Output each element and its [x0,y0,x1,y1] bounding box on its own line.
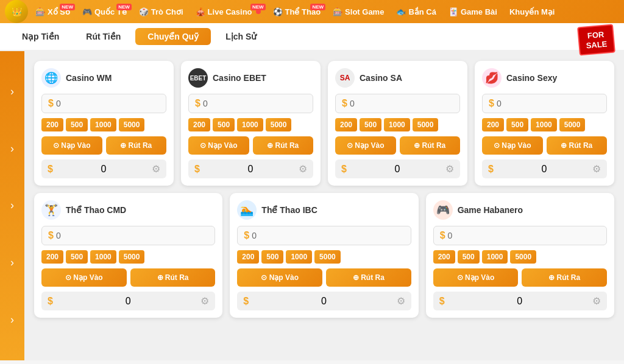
tab-nap-tien[interactable]: Nạp Tiền [10,28,71,45]
amount-500[interactable]: 500 [66,250,88,264]
amount-1000[interactable]: 1000 [531,118,557,131]
amount-500[interactable]: 500 [66,118,88,131]
nav-item-xo-so[interactable]: 🎰 Xổ Số NEW [30,5,75,19]
settings-icon[interactable]: ⚙ [592,163,601,175]
dollar-sign: $ [243,296,249,307]
rut-ra-button[interactable]: ⊕ Rút Ra [106,136,167,155]
rut-ra-button[interactable]: ⊕ Rút Ra [253,136,314,155]
nav-item-khuyen-mai[interactable]: Khuyến Mại [505,5,560,19]
amount-200[interactable]: 200 [41,250,63,264]
nap-vao-button[interactable]: ⊙ Nạp Vào [188,136,249,155]
card-casino-ebet: EBET Casino EBET $ 0 200 500 1000 5000 ⊙… [181,61,321,186]
amount-5000[interactable]: 5000 [510,250,536,264]
amount-1000[interactable]: 1000 [286,250,312,264]
amount-500[interactable]: 500 [506,118,528,131]
settings-icon[interactable]: ⚙ [592,295,601,307]
settings-icon[interactable]: ⚙ [152,163,160,175]
nav-label: Bắn Cá [408,7,436,16]
sub-navigation: Nạp Tiền Rút Tiền Chuyển Quỹ Lịch Sử FOR… [0,23,624,51]
nav-item-the-thao[interactable]: ⚽ Thể Thao NEW [268,5,326,19]
balance-input[interactable]: $ 0 [237,226,411,245]
amount-500[interactable]: 500 [261,250,283,264]
nav-label: Slot Game [345,7,384,16]
settings-icon[interactable]: ⚙ [200,295,209,307]
balance-value: 0 [203,99,208,108]
amount-5000[interactable]: 5000 [559,118,586,131]
nap-vao-button[interactable]: ⊙ Nạp Vào [482,136,543,155]
the-thao-icon: ⚽ [273,7,283,16]
sidebar-arrow-3[interactable]: › [8,194,16,217]
for-sale-badge: FORSALE [577,24,615,56]
amount-5000[interactable]: 5000 [266,118,292,131]
amount-5000[interactable]: 5000 [314,250,341,264]
amount-buttons: 200 500 1000 5000 [41,118,166,131]
sidebar-arrow-2[interactable]: › [8,138,16,160]
amount-200[interactable]: 200 [433,250,455,264]
amount-200[interactable]: 200 [482,118,504,131]
amount-200[interactable]: 200 [188,118,210,131]
rut-ra-button[interactable]: ⊕ Rút Ra [326,268,411,287]
amount-5000[interactable]: 5000 [119,250,145,264]
balance-input[interactable]: $ 0 [41,226,215,245]
card-header: 🏋 Thể Thao CMD [41,200,215,220]
nap-vao-button[interactable]: ⊙ Nạp Vào [41,136,102,155]
card-game-habanero: 🎮 Game Habanero $ 0 200 500 1000 5000 ⊙ … [426,193,614,318]
dollar-sign: $ [439,296,445,307]
amount-5000[interactable]: 5000 [413,118,439,131]
dollar-sign: $ [48,98,54,109]
nav-item-ban-ca[interactable]: 🐟 Bắn Cá [391,5,441,19]
quoc-te-icon: 🎮 [82,7,92,16]
rut-ra-button[interactable]: ⊕ Rút Ra [547,136,608,155]
nap-vao-button[interactable]: ⊙ Nạp Vào [41,268,127,287]
balance-value: 0 [497,99,502,108]
amount-5000[interactable]: 5000 [119,118,145,131]
dollar-sign: $ [244,230,249,241]
nav-label: Trò Chơi [151,7,183,16]
action-buttons: ⊙ Nạp Vào ⊕ Rút Ra [433,268,607,287]
amount-500[interactable]: 500 [213,118,235,131]
sidebar-arrow-4[interactable]: › [8,251,16,274]
amount-1000[interactable]: 1000 [482,250,508,264]
amount-500[interactable]: 500 [458,250,480,264]
nav-item-game-bai[interactable]: 🃏 Game Bài [444,5,502,19]
card-header: 🌐 Casino WM [41,68,166,88]
balance-input[interactable]: $ 0 [41,94,166,113]
balance-input[interactable]: $ 0 [188,94,313,113]
amount-1000[interactable]: 1000 [90,118,116,131]
amount-200[interactable]: 200 [237,250,259,264]
logo[interactable]: 👑 [5,0,28,23]
settings-icon[interactable]: ⚙ [397,295,405,307]
balance-input[interactable]: $ 0 [335,94,460,113]
nav-item-slot-game[interactable]: 🎰 Slot Game [328,5,389,19]
balance-input[interactable]: $ 0 [482,94,607,113]
nap-vao-button[interactable]: ⊙ Nạp Vào [433,268,519,287]
nap-vao-button[interactable]: ⊙ Nạp Vào [335,136,396,155]
nav-item-live-casino[interactable]: 🎪 Live Casino NEW [191,5,266,19]
amount-200[interactable]: 200 [41,118,63,131]
card-title: Thể Thao IBC [261,205,317,215]
rut-ra-button[interactable]: ⊕ Rút Ra [522,268,607,287]
bottom-value: 0 [101,164,107,175]
sidebar-arrow-5[interactable]: › [8,309,16,331]
settings-icon[interactable]: ⚙ [445,163,454,175]
bottom-value: 0 [542,164,547,175]
tab-rut-tien[interactable]: Rút Tiền [74,28,133,45]
nav-item-tro-choi[interactable]: 🎲 Trò Chơi [134,5,188,19]
balance-value: 0 [56,231,61,240]
sidebar-arrow-1[interactable]: › [8,80,16,103]
amount-1000[interactable]: 1000 [90,250,116,264]
nap-vao-button[interactable]: ⊙ Nạp Vào [237,268,322,287]
sexy-icon: 💋 [482,68,502,88]
tab-lich-su[interactable]: Lịch Sử [213,28,269,45]
sa-icon: SA [335,68,355,88]
rut-ra-button[interactable]: ⊕ Rút Ra [130,268,216,287]
amount-500[interactable]: 500 [360,118,381,131]
rut-ra-button[interactable]: ⊕ Rút Ra [400,136,461,155]
amount-200[interactable]: 200 [335,118,357,131]
balance-input[interactable]: $ 0 [433,226,607,245]
settings-icon[interactable]: ⚙ [299,163,307,175]
amount-1000[interactable]: 1000 [237,118,263,131]
nav-item-quoc-te[interactable]: 🎮 Quốc Tế NEW [77,5,132,19]
amount-1000[interactable]: 1000 [384,118,410,131]
tab-chuyen-quy[interactable]: Chuyển Quỹ [135,28,211,45]
